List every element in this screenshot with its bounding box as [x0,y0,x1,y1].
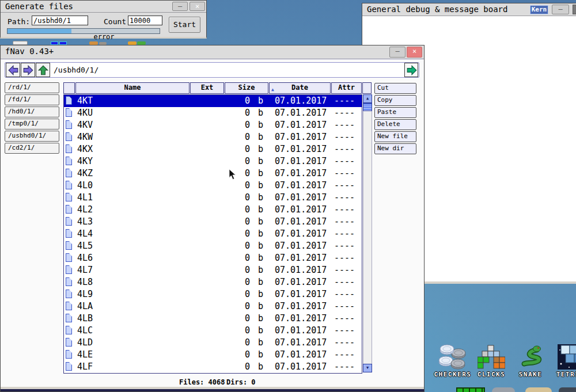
column-header-attr[interactable]: Attr [331,82,362,94]
desktop-icon-partial[interactable] [492,387,515,392]
close-icon[interactable]: × [190,2,205,11]
fnav-titlebar[interactable]: fNav 0.43+ – × [1,45,424,59]
close-icon[interactable] [573,5,576,14]
desktop-icon-partial[interactable] [525,387,552,392]
drive-button-usbhd0-1[interactable]: /usbhd0/1/ [5,131,59,142]
file-row-4la[interactable]: 4LA0b07.01.2017---- [64,300,362,313]
new-dir-button[interactable]: New dir [374,143,416,154]
start-button[interactable]: Start [169,17,200,33]
file-row-4lf[interactable]: 4LF0b07.01.2017---- [64,361,362,373]
copy-button[interactable]: Copy [374,95,416,106]
close-icon[interactable]: × [407,47,422,58]
file-size: 0 [228,325,250,337]
scroll-down-icon[interactable]: ▼ [363,364,372,372]
file-size-unit: b [258,288,263,300]
file-row-4l6[interactable]: 4L60b07.01.2017---- [64,252,362,264]
file-row-4kt[interactable]: 4KT0b07.01.2017---- [64,95,362,107]
file-row-4l9[interactable]: 4L90b07.01.2017---- [64,288,362,300]
desktop-icon-snake[interactable]: SNAKE [511,344,550,380]
desktop-icon-partial[interactable] [559,387,576,392]
file-row-4kx[interactable]: 4KX0b07.01.2017---- [64,143,362,155]
file-row-4lc[interactable]: 4LC0b07.01.2017---- [64,325,362,337]
file-row-4l0[interactable]: 4L00b07.01.2017---- [64,180,362,192]
drive-button-cd2-1[interactable]: /cd2/1/ [5,143,59,154]
file-size: 0 [228,107,250,119]
path-input[interactable] [32,16,88,25]
up-button[interactable] [36,63,50,77]
file-row-4le[interactable]: 4LE0b07.01.2017---- [64,349,362,361]
file-size-unit: b [258,168,263,180]
count-input[interactable] [128,16,162,25]
file-row-4l4[interactable]: 4L40b07.01.2017---- [64,228,362,240]
file-attributes: ---- [334,252,355,264]
paste-button[interactable]: Paste [374,107,416,118]
file-row-4l2[interactable]: 4L20b07.01.2017---- [64,204,362,216]
column-header-ext[interactable]: Ext [190,82,224,94]
column-header-size[interactable]: Size [225,82,268,94]
file-row-4ku[interactable]: 4KU0b07.01.2017---- [64,107,362,119]
file-row-4l8[interactable]: 4L80b07.01.2017---- [64,276,362,288]
file-name: 4L6 [77,252,93,264]
column-header-date[interactable]: ▲ Date [269,82,331,94]
drive-button-hd0-1[interactable]: /hd0/1/ [5,106,59,117]
file-row-4kv[interactable]: 4KV0b07.01.2017---- [64,119,362,131]
file-icon [66,157,72,165]
drive-button-rd-1[interactable]: /rd/1/ [5,82,59,93]
file-row-4ld[interactable]: 4LD0b07.01.2017---- [64,337,362,349]
file-attributes: ---- [334,119,355,131]
file-size-unit: b [258,337,263,349]
file-row-4l1[interactable]: 4L10b07.01.2017---- [64,192,362,204]
file-date: 07.01.2017 [275,192,327,204]
file-row-4l3[interactable]: 4L30b07.01.2017---- [64,216,362,228]
scrollbar-thumb[interactable] [363,103,372,111]
file-icon [66,96,72,105]
count-label: Count: [104,17,131,26]
forward-button[interactable] [21,63,35,77]
debug-titlebar[interactable]: General debug & message board Kern – [362,3,576,16]
file-row-4lb[interactable]: 4LB0b07.01.2017---- [64,313,362,325]
desktop-icon-fragment [13,41,28,45]
file-row-4ky[interactable]: 4KY0b07.01.2017---- [64,155,362,168]
new-file-button[interactable]: New file [374,131,416,142]
minimize-icon[interactable]: – [172,2,188,11]
back-button[interactable] [6,63,20,77]
drive-button-fd-1[interactable]: /fd/1/ [5,94,59,105]
column-header-icon[interactable] [63,82,75,94]
file-size-unit: b [258,300,263,313]
cut-button[interactable]: Cut [374,83,416,94]
delete-button[interactable]: Delete [374,119,416,130]
drive-button-tmp0-1[interactable]: /tmp0/1/ [5,119,59,130]
desktop-icon-checkers[interactable]: CHECKERS [433,344,472,380]
minimize-icon[interactable]: – [389,47,406,58]
file-attributes: ---- [334,288,355,300]
file-row-4l7[interactable]: 4L70b07.01.2017---- [64,264,362,276]
column-header-name[interactable]: Name [75,82,190,94]
path-label: Path: [7,17,30,26]
file-attributes: ---- [334,131,355,143]
kern-button[interactable]: Kern [530,5,548,14]
scrollbar-track[interactable] [363,111,372,364]
desktop-icon-tetris[interactable]: TETRIS [551,344,576,380]
address-field[interactable]: /usbhd0/1/ [54,66,98,74]
vertical-scrollbar[interactable]: ▲ ▼ [363,94,372,372]
generate-files-titlebar[interactable]: Generate files – × [1,1,206,13]
go-button[interactable] [404,63,418,77]
file-row-4kw[interactable]: 4KW0b07.01.2017---- [64,131,362,143]
desktop-icon-partial[interactable] [456,387,485,392]
file-icon [66,217,72,226]
scroll-up-icon[interactable]: ▲ [363,94,372,103]
file-date: 07.01.2017 [275,107,327,119]
file-icon [66,350,72,359]
file-size: 0 [228,264,250,276]
file-name: 4LC [77,325,93,337]
file-row-4kz[interactable]: 4KZ0b07.01.2017---- [64,168,362,180]
file-icon [66,169,72,177]
file-name: 4LE [77,349,93,361]
file-row-4l5[interactable]: 4L50b07.01.2017---- [64,240,362,252]
file-size-unit: b [258,155,263,168]
file-icon [66,120,72,129]
desktop-icon-clicks[interactable]: CLICKS [472,344,511,380]
file-name: 4LF [77,361,93,373]
minimize-icon[interactable]: – [552,5,569,14]
file-date: 07.01.2017 [275,313,327,325]
